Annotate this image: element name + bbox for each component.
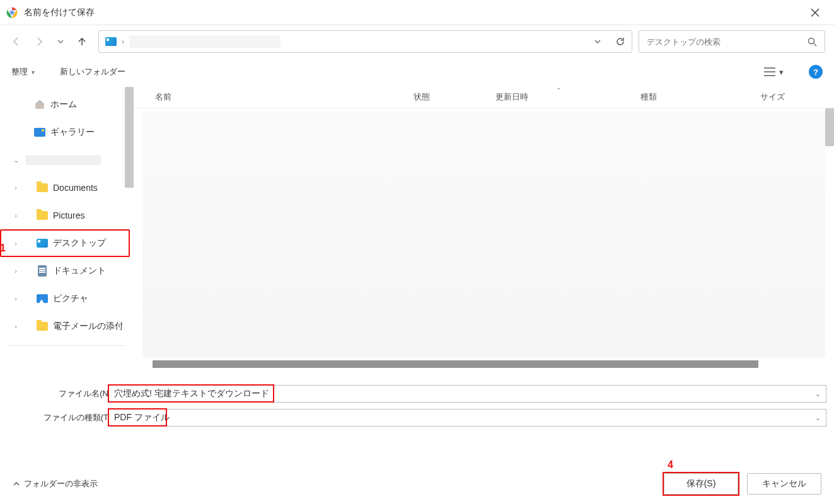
caret-down-icon: ▾ <box>779 67 784 77</box>
nav-arrows <box>9 37 92 47</box>
sort-caret-icon: ⌄ <box>556 84 561 91</box>
sidebar-item-documents-jp[interactable]: › ドキュメント <box>0 257 134 285</box>
address-bar[interactable]: › <box>98 30 632 53</box>
desktop-icon <box>105 37 117 46</box>
chevron-down-icon[interactable]: ⌄ <box>815 390 821 398</box>
nav-row: › <box>0 25 834 58</box>
col-state[interactable]: 状態 <box>414 91 495 103</box>
chevron-down-icon[interactable]: ⌄ <box>815 414 821 422</box>
chevron-right-icon: › <box>11 239 20 247</box>
document-icon <box>37 265 48 277</box>
folder-hide-label: フォルダーの非表示 <box>24 478 98 490</box>
filetype-row: ファイルの種類(T 3 PDF ファイル ⌄ <box>32 406 826 430</box>
picture-icon <box>37 293 48 304</box>
sidebar-item-email-attach[interactable]: › 電子メールの添付 <box>0 312 134 340</box>
sidebar-gallery[interactable]: ギャラリー <box>0 118 134 146</box>
search-icon <box>808 37 817 47</box>
col-type[interactable]: 種類 <box>640 91 760 103</box>
search-input[interactable] <box>647 37 808 47</box>
filename-value: 穴埋め式! 宅建テキストでダウンロード <box>114 388 269 399</box>
folder-icon <box>37 210 48 221</box>
cancel-button[interactable]: キャンセル <box>747 473 821 495</box>
back-button[interactable] <box>11 37 21 47</box>
sidebar-item-label: 電子メールの添付 <box>53 321 122 332</box>
chevron-right-icon: › <box>11 323 20 330</box>
sidebar-item-label: Documents <box>53 183 98 193</box>
sidebar: ホーム ギャラリー ⌄ › Documents › Pictures › デ <box>0 86 134 369</box>
save-label: 保存(S) <box>686 478 716 490</box>
filetype-label: ファイルの種類(T 3 <box>32 412 108 423</box>
sidebar-item-label: Pictures <box>53 210 85 220</box>
search-box[interactable] <box>639 30 825 53</box>
filename-row: ファイル名(N 2 穴埋め式! 宅建テキストでダウンロード ⌄ <box>32 382 826 406</box>
recent-dropdown[interactable] <box>57 38 64 45</box>
home-icon <box>34 99 45 110</box>
sidebar-item-label: ピクチャ <box>53 293 88 304</box>
file-list-blurred <box>142 111 825 358</box>
filename-input[interactable]: 穴埋め式! 宅建テキストでダウンロード ⌄ <box>108 385 826 403</box>
new-folder-button[interactable]: 新しいフォルダー <box>60 66 125 77</box>
folder-icon <box>37 182 48 193</box>
chevron-right-icon: › <box>11 212 20 219</box>
folder-hide-toggle[interactable]: フォルダーの非表示 <box>13 478 98 490</box>
titlebar: 名前を付けて保存 <box>0 0 834 25</box>
filetype-value: PDF ファイル <box>114 412 170 423</box>
column-headers: 名前 状態 更新日時⌄ 種類 サイズ <box>134 86 834 108</box>
sidebar-item-pictures-jp[interactable]: › ピクチャ <box>0 285 134 312</box>
organize-button[interactable]: 整理 ▾ <box>11 66 35 77</box>
save-fields: ファイル名(N 2 穴埋め式! 宅建テキストでダウンロード ⌄ ファイルの種類(… <box>0 369 834 430</box>
sidebar-item-label: デスクトップ <box>53 238 106 249</box>
help-button[interactable]: ? <box>809 65 823 79</box>
save-button[interactable]: 保存(S) <box>664 473 738 495</box>
breadcrumb-blurred <box>129 35 281 48</box>
sidebar-gallery-label: ギャラリー <box>50 127 95 138</box>
sidebar-item-pictures[interactable]: › Pictures <box>0 202 134 229</box>
sidebar-separator <box>9 345 125 346</box>
svg-point-3 <box>11 11 14 14</box>
view-button[interactable]: ▾ <box>764 67 784 77</box>
file-pane: 名前 状態 更新日時⌄ 種類 サイズ <box>134 86 834 369</box>
window-title: 名前を付けて保存 <box>24 7 802 18</box>
blurred-label <box>25 155 101 165</box>
svg-point-4 <box>809 38 814 43</box>
annotation-1: 1 <box>0 243 6 254</box>
folder-icon <box>37 321 48 332</box>
sidebar-home[interactable]: ホーム <box>0 91 134 118</box>
forward-button[interactable] <box>34 37 44 47</box>
address-dropdown[interactable] <box>594 38 601 45</box>
organize-label: 整理 <box>11 66 28 77</box>
desktop-icon <box>37 238 48 249</box>
gallery-icon <box>34 127 45 138</box>
sidebar-item-documents[interactable]: › Documents <box>0 174 134 202</box>
sidebar-scrollbar[interactable] <box>125 87 134 188</box>
file-scrollbar-v[interactable] <box>825 108 834 146</box>
sidebar-item-label: ドキュメント <box>53 265 106 277</box>
annotation-4: 4 <box>668 459 673 471</box>
breadcrumb-sep: › <box>122 37 124 46</box>
chrome-icon <box>6 7 18 18</box>
col-date[interactable]: 更新日時⌄ <box>495 91 640 103</box>
close-button[interactable] <box>802 0 828 25</box>
chevron-up-icon <box>13 480 20 488</box>
col-name[interactable]: 名前 <box>155 91 414 103</box>
up-button[interactable] <box>77 37 87 47</box>
chevron-right-icon: › <box>11 295 20 302</box>
main-area: ホーム ギャラリー ⌄ › Documents › Pictures › デ <box>0 86 834 369</box>
caret-down-icon: ▾ <box>32 69 35 76</box>
chevron-down-icon: ⌄ <box>11 156 20 164</box>
file-scrollbar-h[interactable] <box>153 360 758 368</box>
chevron-right-icon: › <box>11 184 20 192</box>
chevron-right-icon: › <box>11 267 20 275</box>
sidebar-item-blurred[interactable]: ⌄ <box>0 146 134 174</box>
filename-label: ファイル名(N 2 <box>32 388 108 399</box>
cancel-label: キャンセル <box>762 478 806 490</box>
footer: フォルダーの非表示 4 保存(S) キャンセル <box>0 464 834 504</box>
sidebar-item-desktop[interactable]: › デスクトップ <box>0 229 130 257</box>
toolbar: 整理 ▾ 新しいフォルダー ▾ ? <box>0 58 834 86</box>
filetype-select[interactable]: PDF ファイル ⌄ <box>108 409 826 427</box>
col-size[interactable]: サイズ <box>760 91 785 103</box>
refresh-button[interactable] <box>615 37 625 47</box>
sidebar-home-label: ホーム <box>50 99 77 110</box>
